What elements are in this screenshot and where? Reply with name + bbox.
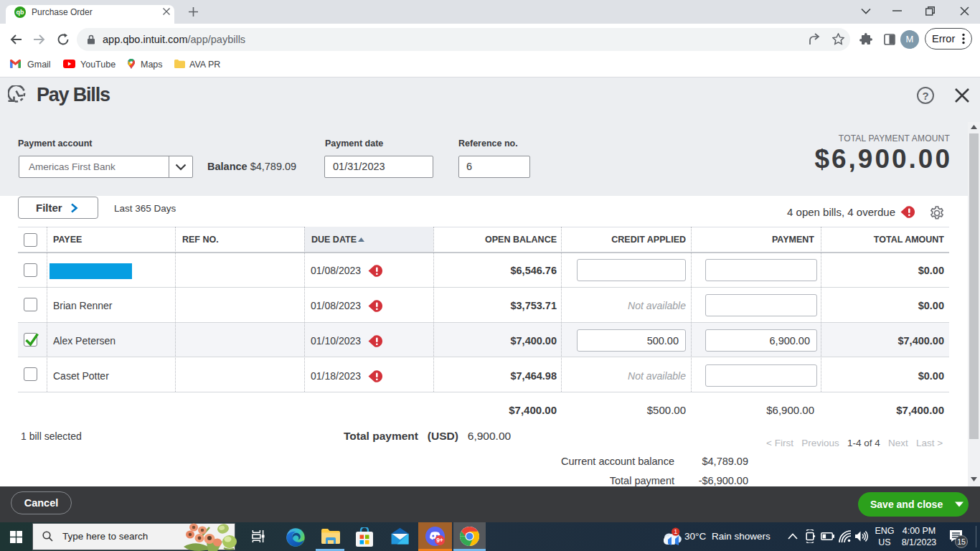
svg-text:1: 1 xyxy=(674,528,677,535)
svg-text:qb: qb xyxy=(17,9,24,16)
